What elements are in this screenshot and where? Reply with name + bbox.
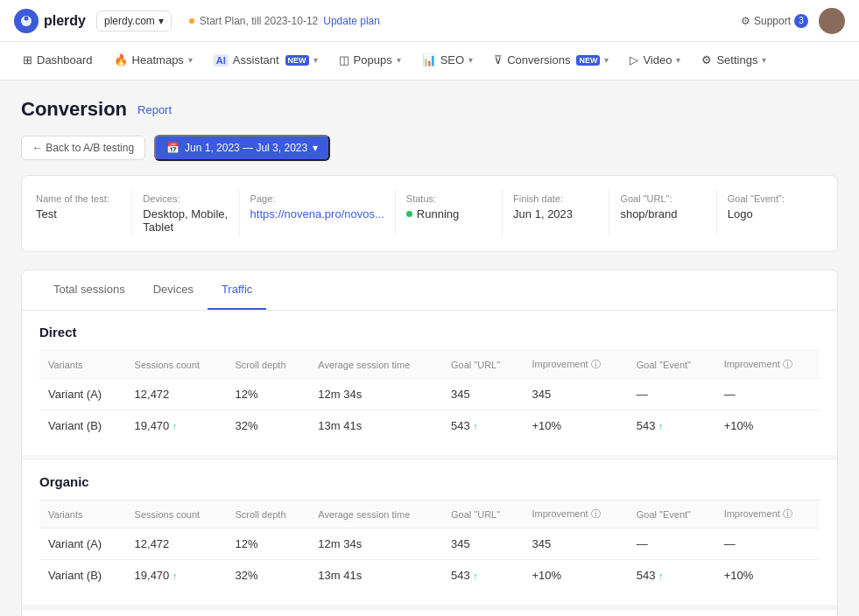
nav-item-conversions[interactable]: ⊽ Conversions NEW ▾	[485, 42, 617, 80]
cell-improvement1: +10%	[523, 560, 627, 592]
tab-total-sessions[interactable]: Total sessions	[39, 270, 139, 310]
info-value-goal-event: Logo	[728, 207, 813, 220]
cell-avgtime: 12m 34s	[309, 528, 442, 560]
section-referal: Referal Variants Sessions count Scroll d…	[22, 610, 837, 616]
col-header-goal-event: Goal "Event"	[628, 500, 715, 528]
table-row: Variant (A) 12,472 12% 12m 34s 345 345 —…	[39, 528, 820, 560]
nav-item-popups[interactable]: ◫ Popups ▾	[330, 42, 410, 80]
info-value-name: Test	[36, 207, 121, 220]
cell-variant: Variant (B)	[39, 410, 126, 442]
cell-goal-url: 345	[442, 528, 523, 560]
col-header-variants: Variants	[39, 500, 126, 528]
info-label-name: Name of the test:	[36, 193, 121, 204]
date-range-label: Jun 1, 2023 — Jul 3, 2023	[185, 142, 307, 154]
nav-label-seo: SEO	[440, 53, 464, 66]
section-title-organic: Organic	[39, 474, 820, 489]
support-button[interactable]: ⚙ Support 3	[741, 14, 808, 28]
new-badge-conversions: NEW	[576, 55, 600, 66]
nav-item-seo[interactable]: 📊 SEO ▾	[413, 42, 482, 80]
info-col-page: Page: https://novena.pro/novos...	[240, 190, 396, 237]
table-direct: Variants Sessions count Scroll depth Ave…	[39, 350, 820, 441]
cell-sessions: 19,470 ↑	[126, 410, 227, 442]
col-header-variants: Variants	[39, 351, 126, 379]
back-to-ab-testing-button[interactable]: ← Back to A/B testing	[21, 136, 145, 160]
info-label-goal-url: Goal "URL":	[620, 193, 705, 204]
info-label-page: Page:	[250, 193, 384, 204]
controls-bar: ← Back to A/B testing 📅 Jun 1, 2023 — Ju…	[21, 135, 838, 161]
col-header-sessions: Sessions count	[126, 351, 227, 379]
nav-item-heatmaps[interactable]: 🔥 Heatmaps ▾	[105, 42, 201, 80]
calendar-icon: 📅	[166, 142, 180, 154]
table-row: Variant (B) 19,470 ↑ 32% 13m 41s 543 ↑ +…	[39, 560, 820, 592]
domain-selector[interactable]: plerdy.com ▾	[96, 10, 172, 32]
test-info-card: Name of the test: Test Devices: Desktop,…	[21, 175, 838, 252]
cell-goal-url: 543 ↑	[442, 560, 523, 592]
tab-devices[interactable]: Devices	[139, 270, 208, 310]
plan-info: Start Plan, till 2023-10-12 Update plan	[189, 15, 380, 27]
nav-item-settings[interactable]: ⚙ Settings ▾	[693, 42, 775, 80]
cell-variant: Variant (A)	[39, 379, 126, 410]
chevron-down-icon: ▾	[762, 55, 766, 65]
nav-label-conversions: Conversions	[507, 53, 570, 66]
info-col-finish: Finish date: Jun 1, 2023	[503, 190, 609, 237]
info-label-devices: Devices:	[143, 193, 228, 204]
table-header-row: Variants Sessions count Scroll depth Ave…	[39, 500, 820, 528]
chevron-down-icon: ▾	[158, 15, 164, 27]
tab-traffic[interactable]: Traffic	[208, 270, 266, 310]
cell-scroll: 12%	[226, 379, 309, 410]
info-value-devices: Desktop, Mobile, Tablet	[143, 207, 228, 234]
popup-icon: ◫	[339, 53, 349, 66]
new-badge-assistant: NEW	[285, 55, 309, 66]
col-header-goal-event: Goal "Event"	[628, 351, 715, 379]
section-direct: Direct Variants Sessions count Scroll de…	[22, 311, 837, 441]
nav-label-dashboard: Dashboard	[37, 53, 93, 66]
table-organic: Variants Sessions count Scroll depth Ave…	[39, 500, 820, 591]
info-col-goal-url: Goal "URL": shop/brand	[609, 190, 716, 237]
chevron-down-icon: ▾	[468, 55, 473, 65]
chevron-down-icon: ▾	[188, 55, 193, 65]
col-header-avgtime: Average session time	[309, 500, 442, 528]
svg-point-1	[25, 16, 29, 20]
cell-improvement2: +10%	[715, 560, 820, 592]
col-header-avgtime: Average session time	[309, 351, 442, 379]
report-link[interactable]: Report	[137, 103, 172, 116]
video-icon: ▷	[630, 53, 638, 66]
page-header: Conversion Report	[21, 98, 838, 121]
gear-icon: ⚙	[701, 53, 712, 66]
funnel-icon: ⊽	[494, 53, 503, 66]
cell-sessions: 12,472	[126, 379, 227, 410]
chevron-down-icon: ▾	[676, 55, 680, 65]
user-avatar[interactable]	[819, 8, 845, 34]
cell-scroll: 32%	[226, 410, 309, 442]
info-label-finish: Finish date:	[513, 193, 598, 204]
col-header-sessions: Sessions count	[126, 500, 227, 528]
seo-icon: 📊	[422, 53, 436, 66]
nav-label-settings: Settings	[716, 53, 757, 66]
domain-label: plerdy.com	[104, 15, 155, 27]
info-value-finish: Jun 1, 2023	[513, 207, 598, 220]
logo[interactable]: plerdy	[14, 9, 86, 33]
support-label: Support	[754, 15, 791, 27]
cell-goal-event: 543 ↑	[628, 410, 715, 442]
col-header-scroll: Scroll depth	[226, 351, 309, 379]
date-range-picker[interactable]: 📅 Jun 1, 2023 — Jul 3, 2023 ▾	[154, 135, 330, 161]
cell-sessions: 19,470 ↑	[126, 560, 227, 592]
info-label-status: Status:	[406, 193, 491, 204]
update-plan-link[interactable]: Update plan	[323, 15, 380, 27]
heatmap-icon: 🔥	[114, 53, 128, 66]
info-value-page-link[interactable]: https://novena.pro/novos...	[250, 207, 384, 220]
cell-avgtime: 13m 41s	[309, 410, 442, 442]
chevron-down-icon: ▾	[397, 55, 401, 65]
nav-item-dashboard[interactable]: ⊞ Dashboard	[14, 42, 102, 80]
arrow-up-icon: ↑	[473, 570, 478, 581]
section-title-direct: Direct	[39, 325, 820, 340]
arrow-up-icon: ↑	[658, 570, 664, 581]
status-text: Running	[417, 207, 459, 220]
chevron-down-icon: ▾	[313, 142, 318, 154]
info-col-devices: Devices: Desktop, Mobile, Tablet	[132, 190, 239, 237]
nav-item-video[interactable]: ▷ Video ▾	[621, 42, 689, 80]
col-header-improvement2: Improvement ⓘ	[715, 500, 820, 528]
support-count: 3	[794, 14, 808, 28]
nav-item-assistant[interactable]: AI Assistant NEW ▾	[205, 42, 327, 80]
info-col-goal-event: Goal "Event": Logo	[717, 190, 823, 237]
